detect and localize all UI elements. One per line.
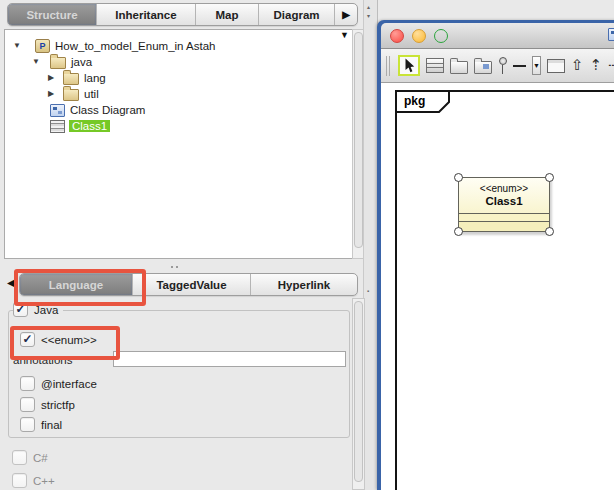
enum-label: <<enum>> <box>41 334 97 346</box>
dropdown-icon: ▼ <box>533 62 540 69</box>
folder-icon <box>63 89 79 101</box>
expander-icon[interactable]: ▶ <box>46 73 56 83</box>
package-with-diagram-tool[interactable] <box>474 61 492 74</box>
tab-hyperlink[interactable]: Hyperlink <box>251 274 357 295</box>
check-icon: ✓ <box>22 333 32 345</box>
structure-tabbar: Structure Inheritance Map Diagram ▶ <box>7 3 358 26</box>
tree-item-util[interactable]: ▶ util <box>5 86 353 102</box>
diagram-window: ▼ ⇧ ⇡ ⇢ ▼ pkg <<enum>> Class1 <box>377 20 614 490</box>
csharp-checkbox[interactable] <box>12 450 27 465</box>
resize-handle-sw[interactable] <box>454 227 463 236</box>
tree-menu-icon[interactable]: ▼ <box>340 30 349 40</box>
property-scrollbar[interactable] <box>352 298 365 490</box>
class-node-class1[interactable]: <<enum>> Class1 <box>458 177 550 232</box>
operations-compartment <box>459 221 549 231</box>
class-icon <box>50 120 65 133</box>
class-diagram-icon <box>608 28 614 41</box>
container-tool[interactable] <box>547 59 565 73</box>
diagram-window-titlebar[interactable] <box>381 23 614 49</box>
strictfp-checkbox[interactable] <box>20 397 35 412</box>
tab-diagram[interactable]: Diagram <box>259 4 335 25</box>
strictfp-label: strictfp <box>41 399 75 411</box>
resize-handle-ne[interactable] <box>545 173 554 182</box>
csharp-row: C# <box>12 450 48 465</box>
class-node-title: <<enum>> Class1 <box>459 178 549 213</box>
expander-icon[interactable]: ▼ <box>12 41 22 51</box>
tree-item-project[interactable]: ▼ P How_to_model_Enum_in Astah <box>5 38 353 54</box>
tree-item-label: util <box>84 88 99 100</box>
class-tool[interactable] <box>426 58 444 73</box>
tree-item-label: Class Diagram <box>70 104 145 116</box>
resize-handle-nw[interactable] <box>454 173 463 182</box>
annotations-input[interactable] <box>113 351 346 367</box>
final-checkbox[interactable] <box>20 417 35 432</box>
dependency-tool[interactable]: ⇢ <box>608 58 614 73</box>
tab-language[interactable]: Language <box>20 274 133 295</box>
tab-diagram-label: Diagram <box>273 9 319 21</box>
line-tool[interactable] <box>513 65 526 67</box>
property-scrollbar-thumb[interactable] <box>354 301 363 482</box>
tab-map[interactable]: Map <box>196 4 259 25</box>
project-icon: P <box>35 39 50 53</box>
diagram-canvas[interactable]: pkg <<enum>> Class1 <box>381 83 614 490</box>
diagram-toolbar: ▼ ⇧ ⇡ ⇢ ▼ <box>381 49 614 83</box>
splitter-collapse-icon[interactable]: ▴ <box>367 4 370 10</box>
tree-item-class-diagram[interactable]: Class Diagram <box>5 102 353 118</box>
tree-item-class1[interactable]: Class1 <box>5 118 353 134</box>
toolbar-grip[interactable] <box>386 56 390 76</box>
package-tool[interactable] <box>450 61 468 74</box>
tab-inheritance[interactable]: Inheritance <box>97 4 196 25</box>
zoom-button[interactable] <box>434 29 448 43</box>
java-checkbox[interactable]: ✓ <box>13 302 28 317</box>
note-anchor-tool[interactable] <box>498 57 507 75</box>
tree-item-java[interactable]: ▼ java <box>5 54 353 70</box>
interface-row: @interface <box>20 376 97 391</box>
tab-language-label: Language <box>49 279 103 291</box>
strictfp-row: strictfp <box>20 397 75 412</box>
tree-item-lang[interactable]: ▶ lang <box>5 70 353 86</box>
property-tabbar: Language TaggedValue Hyperlink <box>19 273 358 296</box>
interface-label: @interface <box>41 378 97 390</box>
class-stereotype: <<enum>> <box>480 183 528 195</box>
tab-hyperlink-label: Hyperlink <box>278 279 330 291</box>
tab-inheritance-label: Inheritance <box>115 9 176 21</box>
expander-icon[interactable]: ▼ <box>31 57 41 67</box>
enum-checkbox[interactable]: ✓ <box>20 332 35 347</box>
cursor-icon <box>403 58 415 73</box>
cpp-label: C++ <box>33 475 55 487</box>
panel-resize-handle[interactable] <box>170 265 179 269</box>
interface-checkbox[interactable] <box>20 376 35 391</box>
line-tool-dropdown[interactable]: ▼ <box>532 56 541 75</box>
splitter-expand-icon[interactable]: ▾ <box>367 13 370 19</box>
minimize-button[interactable] <box>412 29 426 43</box>
close-button[interactable] <box>390 29 404 43</box>
select-tool[interactable] <box>398 55 420 76</box>
generalization-tool[interactable]: ⇧ <box>571 58 584 73</box>
prev-tabs-button[interactable]: ◀ <box>7 277 15 288</box>
check-icon: ✓ <box>15 303 25 315</box>
tab-taggedvalue[interactable]: TaggedValue <box>133 274 251 295</box>
tab-structure[interactable]: Structure <box>8 4 97 25</box>
tab-taggedvalue-label: TaggedValue <box>156 279 226 291</box>
folder-icon <box>63 73 79 85</box>
java-label: Java <box>34 304 58 316</box>
attributes-compartment <box>459 213 549 221</box>
folder-icon <box>50 57 66 69</box>
splitter-mark-icon: ▪ <box>367 288 369 294</box>
realization-tool[interactable]: ⇡ <box>590 58 603 73</box>
package-frame: pkg <box>395 90 614 490</box>
more-tabs-icon: ▶ <box>342 9 350 20</box>
tab-map-label: Map <box>216 9 239 21</box>
structure-tree-panel: ▼ ▼ P How_to_model_Enum_in Astah ▼ java … <box>4 29 354 259</box>
vertical-splitter[interactable]: ▴ ▾ ▪ <box>363 0 378 490</box>
expander-icon[interactable]: ▶ <box>46 89 56 99</box>
frame-label: pkg <box>404 94 425 108</box>
tree-item-label-selected: Class1 <box>69 120 110 132</box>
tree-item-label: lang <box>84 72 106 84</box>
more-tabs-button[interactable]: ▶ <box>335 4 357 25</box>
tab-structure-label: Structure <box>26 9 77 21</box>
resize-handle-se[interactable] <box>545 227 554 236</box>
tree-scrollbar-thumb[interactable] <box>354 32 363 248</box>
cpp-checkbox[interactable] <box>12 473 27 488</box>
tree-item-label: How_to_model_Enum_in Astah <box>55 40 215 52</box>
